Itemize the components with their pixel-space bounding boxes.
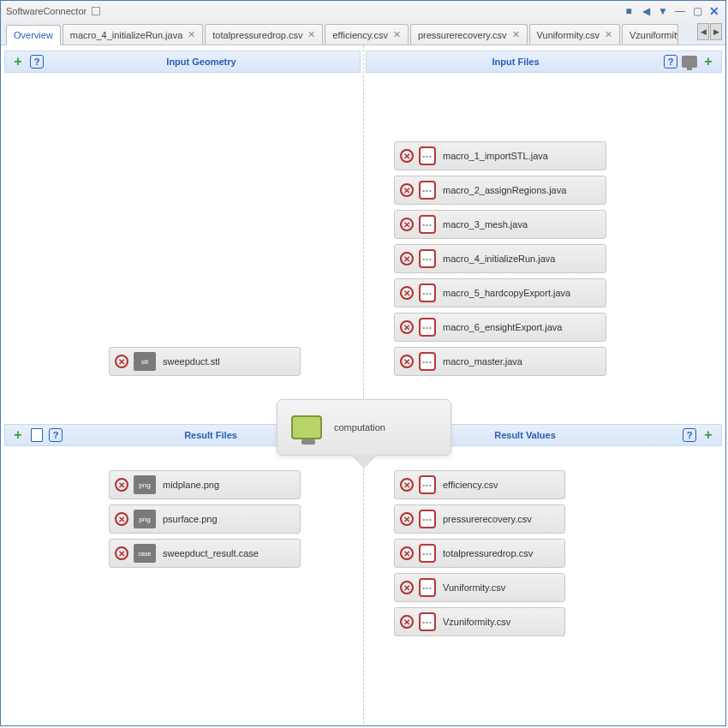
window-controls: ■ ◀ ▼ — ▢ ✕ (623, 5, 720, 17)
delete-icon[interactable]: ✕ (400, 218, 414, 231)
help-button[interactable]: ? (48, 427, 63, 443)
more-icon[interactable]: ••• (419, 215, 436, 234)
tab-file[interactable]: efficiency.csv✕ (325, 24, 408, 45)
file-item[interactable]: ✕casesweepduct_result.case (109, 539, 301, 568)
file-thumb: case (134, 544, 156, 563)
file-thumb: png (134, 475, 156, 494)
close-icon[interactable]: ✕ (512, 29, 520, 40)
delete-icon[interactable]: ✕ (115, 546, 128, 560)
close-icon[interactable]: ✕ (307, 29, 315, 40)
file-item[interactable]: ✕•••macro_5_hardcopyExport.java (394, 278, 606, 307)
help-icon: ? (49, 428, 63, 442)
delete-icon[interactable]: ✕ (115, 512, 128, 526)
add-button[interactable]: + (701, 54, 716, 69)
help-button[interactable]: ? (29, 54, 45, 69)
more-icon[interactable]: ••• (419, 352, 436, 371)
tab-file[interactable]: totalpressuredrop.csv✕ (205, 24, 323, 45)
delete-icon[interactable]: ✕ (400, 183, 414, 197)
section-header-input-geometry: + ? Input Geometry (4, 51, 361, 73)
file-item[interactable]: ✕•••totalpressuredrop.csv (394, 539, 565, 568)
doc-button[interactable] (29, 427, 45, 443)
help-button[interactable]: ? (682, 427, 697, 443)
tab-scroll-left[interactable]: ◀ (697, 23, 709, 40)
window-icon (92, 7, 100, 15)
more-icon[interactable]: ••• (419, 612, 436, 631)
file-thumb: stl (134, 352, 156, 371)
delete-icon[interactable]: ✕ (115, 478, 128, 492)
file-item[interactable]: ✕•••Vzuniformity.csv (394, 607, 565, 636)
delete-icon[interactable]: ✕ (400, 581, 414, 594)
more-icon[interactable]: ••• (419, 318, 436, 337)
file-thumb: png (134, 510, 156, 528)
section-title: Input Files (370, 57, 661, 67)
file-name: macro_1_importSTL.java (443, 151, 600, 161)
prev-icon[interactable]: ◀ (640, 5, 652, 17)
tab-scroll-right[interactable]: ▶ (710, 23, 722, 40)
file-item[interactable]: ✕•••macro_1_importSTL.java (394, 141, 606, 170)
file-item[interactable]: ✕•••macro_6_ensightExport.java (394, 313, 606, 342)
more-icon[interactable]: ••• (419, 249, 436, 268)
delete-icon[interactable]: ✕ (400, 149, 414, 163)
file-item[interactable]: ✕•••efficiency.csv (394, 470, 565, 499)
more-icon[interactable]: ••• (419, 475, 436, 494)
file-item[interactable]: ✕•••macro_4_initializeRun.java (394, 244, 606, 273)
more-icon[interactable]: ••• (419, 578, 436, 597)
close-icon[interactable]: ✕ (605, 29, 612, 40)
delete-icon[interactable]: ✕ (400, 355, 414, 368)
delete-icon[interactable]: ✕ (400, 286, 414, 300)
delete-icon[interactable]: ✕ (400, 615, 414, 629)
add-button[interactable]: + (10, 54, 26, 69)
window-title: SoftwareConnector (6, 6, 87, 16)
delete-icon[interactable]: ✕ (400, 478, 414, 492)
file-item[interactable]: ✕ stl sweepduct.stl (109, 347, 301, 376)
help-button[interactable]: ? (663, 54, 678, 69)
file-item[interactable]: ✕•••macro_master.java (394, 347, 606, 376)
delete-icon[interactable]: ✕ (400, 512, 414, 526)
file-item[interactable]: ✕pngpsurface.png (109, 504, 301, 534)
file-name: sweepduct_result.case (163, 548, 295, 558)
monitor-button[interactable] (682, 54, 697, 69)
flow-arrow-icon (350, 455, 378, 468)
computation-node[interactable]: computation (277, 399, 451, 456)
more-icon[interactable]: ••• (419, 510, 436, 528)
more-icon[interactable]: ••• (419, 283, 436, 302)
add-button[interactable]: + (701, 427, 716, 443)
next-icon[interactable]: ▼ (657, 5, 669, 17)
titlebar: SoftwareConnector ■ ◀ ▼ — ▢ ✕ (1, 1, 725, 21)
file-name: Vuniformity.csv (443, 582, 559, 593)
file-name: macro_6_ensightExport.java (443, 322, 600, 332)
delete-icon[interactable]: ✕ (400, 252, 414, 266)
close-icon[interactable]: ✕ (393, 29, 401, 40)
delete-icon[interactable]: ✕ (115, 355, 128, 368)
file-name: macro_2_assignRegions.java (443, 185, 600, 195)
close-button[interactable]: ✕ (708, 5, 720, 17)
tab-file[interactable]: macro_4_initializeRun.java✕ (63, 24, 203, 45)
stop-icon[interactable]: ■ (623, 5, 635, 17)
tab-label: Vuniformity.csv (537, 30, 600, 40)
file-item[interactable]: ✕•••Vuniformity.csv (394, 573, 565, 602)
file-item[interactable]: ✕•••pressurerecovery.csv (394, 504, 565, 534)
tab-overview[interactable]: Overview (6, 25, 61, 45)
tab-file[interactable]: Vuniformity.csv✕ (529, 24, 620, 45)
file-item[interactable]: ✕pngmidplane.png (109, 470, 301, 499)
content-area: + ? Input Geometry Input Files ? + + ? R… (1, 45, 725, 724)
file-item[interactable]: ✕•••macro_3_mesh.java (394, 210, 606, 239)
more-icon[interactable]: ••• (419, 181, 436, 200)
more-icon[interactable]: ••• (419, 544, 436, 563)
maximize-button[interactable]: ▢ (691, 5, 703, 17)
delete-icon[interactable]: ✕ (400, 546, 414, 560)
tab-file[interactable]: Vzuniformity.csv (622, 24, 678, 45)
tab-file[interactable]: pressurerecovery.csv✕ (410, 24, 528, 45)
minimize-button[interactable]: — (674, 5, 686, 17)
close-icon[interactable]: ✕ (188, 29, 195, 40)
delete-icon[interactable]: ✕ (400, 320, 414, 334)
file-item[interactable]: ✕•••macro_2_assignRegions.java (394, 176, 606, 205)
tab-scroll: ◀ ▶ (697, 23, 722, 40)
file-name: totalpressuredrop.csv (443, 548, 559, 558)
add-button[interactable]: + (10, 427, 26, 443)
section-header-input-files: Input Files ? + (366, 51, 722, 73)
file-name: Vzuniformity.csv (443, 617, 559, 627)
tab-label: Overview (14, 30, 53, 40)
tab-label: pressurerecovery.csv (418, 30, 507, 40)
more-icon[interactable]: ••• (419, 146, 436, 165)
